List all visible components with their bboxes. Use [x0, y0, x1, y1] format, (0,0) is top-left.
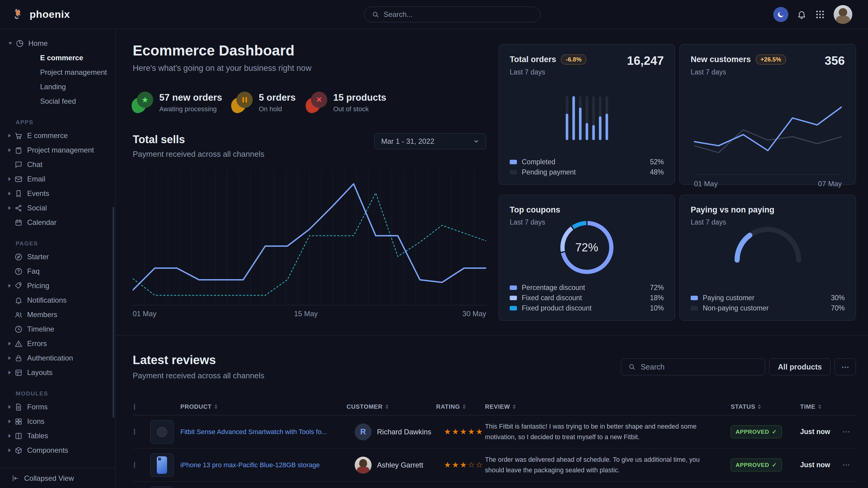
latest-reviews-section: Latest reviews Payment received across a… — [133, 353, 856, 488]
column-header-rating[interactable]: RATING — [436, 403, 485, 410]
sidebar-item-landing[interactable]: Landing — [0, 79, 115, 94]
column-header-product[interactable]: PRODUCT — [180, 403, 346, 410]
legend-row: Non-paying customer 70% — [691, 303, 845, 313]
sidebar-item-notifications[interactable]: Notifications — [0, 293, 115, 307]
sidebar-item-members[interactable]: Members — [0, 307, 115, 322]
box-icon — [14, 446, 23, 455]
sidebar-item-calendar[interactable]: Calendar — [0, 215, 115, 230]
sidebar-item-layouts[interactable]: Layouts — [0, 365, 115, 380]
stat-value: 15 products — [333, 92, 386, 103]
notifications-bell-icon[interactable] — [797, 10, 806, 19]
sidebar-item-project-management-dashboard[interactable]: Project management — [0, 65, 115, 79]
sidebar-item-starter[interactable]: Starter — [0, 250, 115, 264]
trend-badge: -6.8% — [561, 55, 586, 65]
sidebar-item-ecommerce-dashboard[interactable]: E commerce — [0, 51, 115, 65]
row-more-button[interactable]: ⋯ — [842, 460, 856, 469]
reviews-search-input[interactable] — [641, 363, 758, 371]
stat-value: 5 orders — [259, 92, 296, 103]
hero-section: Ecommerce Dashboard Here's what's going … — [133, 42, 486, 319]
row-more-button[interactable]: ⋯ — [842, 427, 856, 436]
on-hold-pause-icon — [232, 92, 253, 113]
sidebar-scrollbar[interactable] — [113, 207, 114, 418]
all-products-button[interactable]: All products — [769, 358, 831, 375]
orders-bar-chart — [565, 96, 608, 140]
total-sells-chart — [133, 170, 486, 305]
pie-chart-icon — [16, 39, 24, 47]
chevron-right-icon — [8, 342, 11, 346]
sidebar-item-components[interactable]: Components — [0, 443, 115, 458]
sidebar-item-faq[interactable]: Faq — [0, 264, 115, 279]
sidebar-item-ecommerce-app[interactable]: E commerce — [0, 128, 115, 143]
sidebar-item-social[interactable]: Social — [0, 201, 115, 215]
legend-swatch — [510, 306, 517, 311]
column-header-status[interactable]: STATUS — [731, 403, 800, 410]
status-badge: APPROVED✓ — [731, 458, 782, 471]
search-input[interactable] — [384, 10, 533, 19]
new-customers-chart — [694, 90, 842, 172]
check-icon: ✓ — [772, 428, 777, 435]
sidebar-item-label: Errors — [27, 339, 47, 348]
sidebar-item-forms[interactable]: Forms — [0, 400, 115, 414]
users-icon — [14, 311, 23, 319]
reviews-more-button[interactable]: ⋯ — [835, 358, 856, 375]
calendar-icon — [14, 219, 23, 227]
column-header-review[interactable]: REVIEW — [485, 403, 731, 410]
legend-row: Pending payment 48% — [510, 167, 664, 177]
sidebar-item-chat[interactable]: Chat — [0, 157, 115, 172]
new-orders-star-icon: ★ — [133, 92, 153, 113]
bookmark-icon — [14, 190, 23, 198]
product-link[interactable]: Fitbit Sense Advanced Smartwatch with To… — [180, 428, 336, 435]
row-checkbox[interactable] — [134, 429, 135, 435]
sidebar-item-email[interactable]: Email — [0, 172, 115, 186]
select-all-checkbox[interactable] — [134, 403, 135, 410]
chevron-right-icon — [8, 284, 11, 288]
column-header-time[interactable]: TIME — [800, 403, 842, 410]
user-avatar[interactable] — [834, 5, 852, 24]
product-link[interactable]: iPhone 13 pro max-Pacific Blue-128GB sto… — [180, 461, 329, 469]
legend-label: Non-paying customer — [703, 304, 769, 312]
sidebar-item-home[interactable]: Home — [0, 36, 115, 51]
card-title: New customers — [691, 55, 751, 64]
customer-avatar[interactable] — [355, 457, 372, 474]
new-customers-x-axis: 01 May 07 May — [694, 174, 842, 188]
file-text-icon — [14, 403, 23, 411]
reviews-search[interactable] — [621, 358, 765, 375]
x-tick: 01 May — [133, 310, 157, 318]
sidebar-item-social-feed[interactable]: Social feed — [0, 94, 115, 108]
collapse-view-button[interactable]: Collapsed View — [0, 468, 115, 488]
global-search[interactable] — [364, 7, 540, 22]
sidebar-item-label: Authentication — [27, 354, 73, 362]
cart-icon — [14, 132, 23, 140]
sidebar-item-icons[interactable]: Icons — [0, 414, 115, 429]
sidebar-item-errors[interactable]: Errors — [0, 336, 115, 351]
orders-legend: Completed 52% Pending payment 48% — [510, 157, 664, 177]
sidebar-item-pricing[interactable]: Pricing — [0, 279, 115, 293]
warning-icon — [14, 340, 23, 348]
sidebar-item-authentication[interactable]: Authentication — [0, 351, 115, 365]
customer-avatar[interactable]: R — [355, 423, 372, 441]
sidebar-item-tables[interactable]: Tables — [0, 429, 115, 443]
row-checkbox[interactable] — [134, 462, 135, 468]
legend-label: Completed — [522, 158, 555, 166]
chevron-right-icon — [8, 134, 11, 137]
card-value: 356 — [825, 54, 845, 67]
collapse-label: Collapsed View — [24, 474, 74, 483]
sidebar-item-project-management-app[interactable]: Project management — [0, 143, 115, 157]
product-thumbnail-smartwatch[interactable] — [150, 420, 174, 444]
review-time: Just now — [800, 428, 842, 436]
column-header-customer[interactable]: CUSTOMER — [346, 403, 436, 410]
brand[interactable]: phoenix — [12, 8, 70, 21]
sidebar-item-label: Layouts — [27, 368, 53, 377]
theme-toggle-button[interactable] — [773, 7, 788, 22]
sidebar-item-events[interactable]: Events — [0, 186, 115, 201]
sidebar-item-label: Faq — [27, 267, 39, 275]
sidebar-item-label: Notifications — [27, 296, 67, 304]
product-thumbnail-iphone[interactable] — [150, 453, 174, 477]
paying-gauge-chart — [733, 226, 803, 265]
apps-grid-icon[interactable] — [815, 9, 825, 20]
sidebar-item-timeline[interactable]: Timeline — [0, 322, 115, 336]
reviews-title: Latest reviews — [133, 353, 264, 367]
product-thumbnail[interactable] — [150, 487, 174, 488]
legend-row: Fixed product discount 10% — [510, 303, 664, 313]
date-range-select[interactable]: Mar 1 - 31, 2022 — [374, 133, 486, 149]
